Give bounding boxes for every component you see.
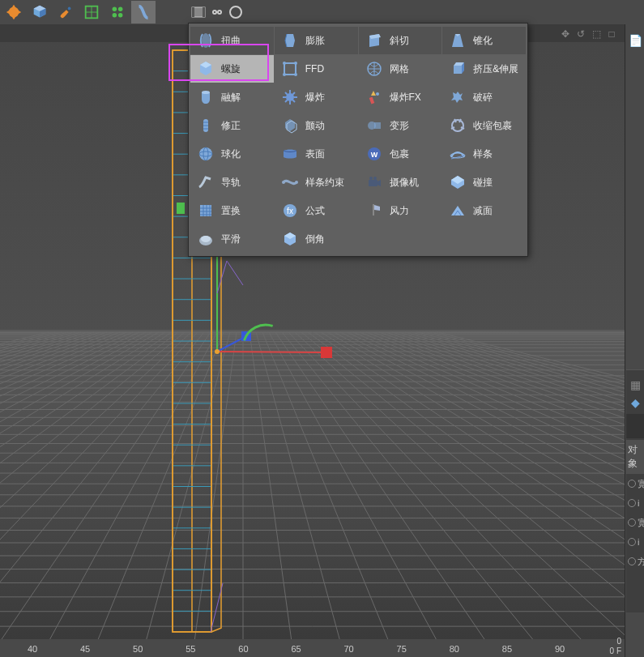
deformer-displace[interactable]: 置换: [190, 197, 274, 224]
attr-grid-icon: ▦: [629, 378, 642, 391]
deformer-spline[interactable]: 样条: [442, 140, 526, 168]
deformer-taper[interactable]: 锥化: [442, 27, 526, 54]
deformer-mesh[interactable]: 网格: [359, 55, 442, 83]
cube-btn[interactable]: [28, 1, 52, 23]
circle-icon[interactable]: [228, 4, 244, 20]
film-icon[interactable]: [190, 4, 207, 20]
melt-icon: [195, 87, 216, 108]
deformer-rail[interactable]: 导轨: [190, 169, 274, 196]
displace-icon: [195, 200, 216, 221]
deformer-reduce[interactable]: 减面: [442, 197, 526, 224]
svg-text:W: W: [370, 151, 377, 159]
svg-point-14: [230, 6, 241, 18]
svg-point-30: [199, 147, 212, 160]
svg-rect-16: [284, 63, 296, 75]
cloner-btn[interactable]: [105, 1, 130, 23]
svg-point-19: [283, 73, 286, 76]
deformer-helix[interactable]: 螺旋: [190, 55, 274, 83]
deformer-shatter[interactable]: 破碎: [442, 83, 526, 111]
svg-rect-9: [203, 7, 205, 17]
timeline-zero: 0: [616, 637, 621, 646]
attr-row[interactable]: 方: [626, 552, 644, 571]
svg-point-40: [373, 177, 377, 180]
deformer-explodefx[interactable]: 爆炸FX: [359, 83, 442, 111]
attr-row[interactable]: i: [626, 532, 644, 552]
menu-label: 风力: [390, 204, 409, 218]
menu-label: 网格: [390, 62, 409, 76]
attr-cube-icon: ◆: [629, 396, 642, 409]
deformer-jiggle[interactable]: 颤动: [275, 112, 358, 139]
svg-point-5: [113, 13, 117, 17]
svg-point-12: [214, 11, 215, 13]
deformer-bevel[interactable]: 倒角: [275, 225, 358, 253]
deformer-explode[interactable]: 爆炸: [275, 83, 358, 111]
menu-label: 修正: [221, 119, 241, 133]
menu-label: 倒角: [305, 233, 325, 246]
rotate-ctrl[interactable]: ↺: [574, 28, 587, 41]
deformer-shear[interactable]: 斜切: [359, 27, 442, 54]
timeline[interactable]: 4045505560657075808590 0 0 F: [0, 639, 625, 657]
deformer-wind[interactable]: 风力: [359, 197, 442, 224]
shear-icon: [364, 30, 385, 51]
tick: 40: [28, 644, 37, 654]
main-toolbar: [0, 0, 644, 24]
deformer-camera[interactable]: 摄像机: [359, 169, 442, 196]
svg-rect-38: [369, 180, 377, 186]
menu-label: 螺旋: [221, 62, 241, 76]
deformer-collide[interactable]: 碰撞: [442, 169, 526, 196]
reduce-icon: [447, 200, 468, 221]
deformer-morph[interactable]: 变形: [359, 112, 442, 139]
shatter-icon: [447, 87, 468, 108]
radio-icon: [628, 499, 636, 507]
attr-row[interactable]: i: [626, 493, 644, 513]
tick: 75: [397, 644, 407, 654]
svg-point-46: [201, 236, 211, 242]
menu-label: 摄像机: [390, 176, 419, 190]
frame-ctrl[interactable]: □: [605, 28, 618, 41]
deformer-splinewrap[interactable]: 样条约束: [275, 169, 358, 196]
attr-row[interactable]: 宽: [626, 513, 644, 532]
menu-label: 公式: [305, 204, 325, 218]
brush-btn[interactable]: [53, 1, 78, 23]
camera-icon: [364, 172, 385, 193]
panel-file-icon[interactable]: 📄: [629, 34, 642, 47]
menu-label: 挤压&伸展: [473, 62, 518, 76]
toolbar-extras: [190, 4, 244, 20]
settings-btn[interactable]: [2, 1, 26, 23]
deformer-extrude[interactable]: 挤压&伸展: [442, 55, 526, 83]
deformer-melt[interactable]: 融解: [190, 83, 274, 111]
menu-label: 碰撞: [473, 176, 493, 190]
correct-icon: [195, 115, 216, 136]
svg-rect-44: [373, 204, 374, 215]
deformer-formula[interactable]: fx公式: [275, 197, 358, 224]
deformer-wrap[interactable]: W包裹: [359, 140, 442, 168]
bulge-icon: [279, 30, 301, 51]
tick: 70: [343, 644, 353, 654]
attribute-panel: ▦ ◆ 对象 宽i宽i方: [626, 369, 644, 612]
menu-label: FFD: [305, 63, 324, 75]
timeline-of: 0 F: [610, 646, 621, 655]
deformer-sphere[interactable]: 球化: [190, 140, 274, 168]
menu-label: 爆炸: [305, 91, 325, 105]
svg-rect-24: [369, 97, 373, 105]
svg-point-3: [113, 7, 117, 11]
svg-point-1: [68, 7, 71, 11]
attr-row[interactable]: 宽: [626, 474, 644, 493]
deformer-shrink[interactable]: 收缩包裹: [442, 112, 526, 139]
deformer-bulge[interactable]: 膨胀: [275, 27, 358, 54]
deformer-surface[interactable]: 表面: [275, 140, 358, 168]
zoom-ctrl[interactable]: ⬚: [590, 28, 603, 41]
menu-label: 导轨: [221, 176, 241, 190]
tick: 85: [502, 644, 512, 654]
pan-ctrl[interactable]: ✥: [559, 28, 572, 41]
subdiv-btn[interactable]: [79, 1, 104, 23]
tick: 60: [238, 644, 248, 654]
deformer-correct[interactable]: 修正: [190, 112, 274, 139]
deformer-btn[interactable]: [131, 1, 156, 23]
mesh-icon: [364, 58, 385, 79]
deformer-twist[interactable]: 扭曲: [190, 27, 274, 54]
shrink-icon: [447, 115, 468, 136]
eyes-icon[interactable]: [209, 4, 225, 20]
deformer-ffd[interactable]: FFD: [275, 55, 358, 83]
deformer-smooth[interactable]: 平滑: [190, 225, 274, 253]
